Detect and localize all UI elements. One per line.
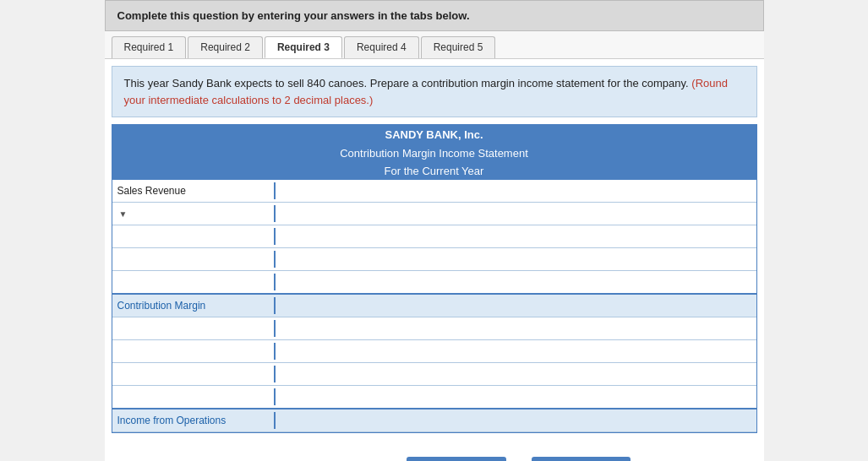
question-main-text: This year Sandy Bank expects to sell 840… — [124, 77, 689, 89]
blank-label-1 — [112, 225, 269, 248]
blank-input-1[interactable] — [274, 228, 367, 245]
contribution-margin-input[interactable] — [274, 297, 367, 314]
blank-input-6[interactable] — [274, 366, 367, 382]
table-row: Contribution Margin — [112, 294, 756, 317]
blank-input-7[interactable] — [274, 388, 367, 405]
table-row: Income from Operations — [112, 409, 756, 432]
table-row — [112, 271, 756, 295]
blank-input-6-cell[interactable] — [269, 363, 756, 386]
tab-required2[interactable]: Required 2 — [188, 36, 263, 58]
table-row: Sales Revenue — [112, 180, 756, 203]
statement-type: Contribution Margin Income Statement — [112, 144, 756, 162]
tab-required4[interactable]: Required 4 — [344, 36, 419, 58]
blank-input-4-cell[interactable] — [269, 317, 756, 340]
blank-label-2 — [112, 248, 269, 271]
blank-input-1-cell[interactable] — [269, 225, 756, 248]
question-area: This year Sandy Bank expects to sell 840… — [112, 66, 757, 117]
dropdown-label-cell[interactable]: ▼ — [112, 203, 269, 225]
income-from-operations-label: Income from Operations — [112, 409, 269, 432]
instruction-bar: Complete this question by entering your … — [105, 0, 764, 31]
tab-required1[interactable]: Required 1 — [112, 36, 187, 58]
blank-label-6 — [112, 363, 269, 386]
contribution-margin-label: Contribution Margin — [112, 294, 269, 317]
blank-input-5-cell[interactable] — [269, 340, 756, 363]
dropdown-value-input[interactable] — [274, 205, 367, 222]
navigation-buttons: ‹ Required 2 Required 4 › — [274, 440, 764, 461]
blank-input-4[interactable] — [274, 320, 367, 337]
contribution-margin-input-cell[interactable] — [269, 294, 756, 317]
chevron-down-icon[interactable]: ▼ — [119, 209, 128, 219]
blank-input-3[interactable] — [274, 274, 367, 290]
income-from-operations-input-cell[interactable] — [269, 409, 756, 432]
income-statement-table: Sales Revenue ▼ — [112, 180, 756, 432]
table-row — [112, 225, 756, 248]
blank-label-3 — [112, 271, 269, 295]
blank-input-2[interactable] — [274, 251, 367, 268]
table-row — [112, 248, 756, 271]
sales-revenue-input[interactable] — [274, 182, 367, 199]
company-name: SANDY BANK, Inc. — [112, 125, 756, 144]
blank-label-4 — [112, 317, 269, 340]
sales-revenue-label: Sales Revenue — [112, 180, 269, 203]
tab-required5[interactable]: Required 5 — [421, 36, 496, 58]
income-statement-form: SANDY BANK, Inc. Contribution Margin Inc… — [112, 124, 757, 433]
dropdown-input-cell[interactable] — [269, 203, 756, 225]
next-button[interactable]: Required 4 › — [532, 457, 631, 461]
table-row: ▼ — [112, 203, 756, 225]
prev-button[interactable]: ‹ Required 2 — [407, 457, 506, 461]
blank-input-7-cell[interactable] — [269, 386, 756, 409]
blank-input-3-cell[interactable] — [269, 271, 756, 295]
table-row — [112, 340, 756, 363]
blank-label-7 — [112, 386, 269, 409]
table-row — [112, 363, 756, 386]
table-row — [112, 386, 756, 409]
blank-input-5[interactable] — [274, 343, 367, 360]
income-from-operations-input[interactable] — [274, 412, 367, 429]
statement-period: For the Current Year — [112, 162, 756, 180]
sales-revenue-input-cell[interactable] — [269, 180, 756, 203]
blank-label-5 — [112, 340, 269, 363]
tabs-row: Required 1 Required 2 Required 3 Require… — [105, 31, 764, 59]
tab-required3[interactable]: Required 3 — [265, 36, 342, 58]
table-row — [112, 317, 756, 340]
blank-input-2-cell[interactable] — [269, 248, 756, 271]
